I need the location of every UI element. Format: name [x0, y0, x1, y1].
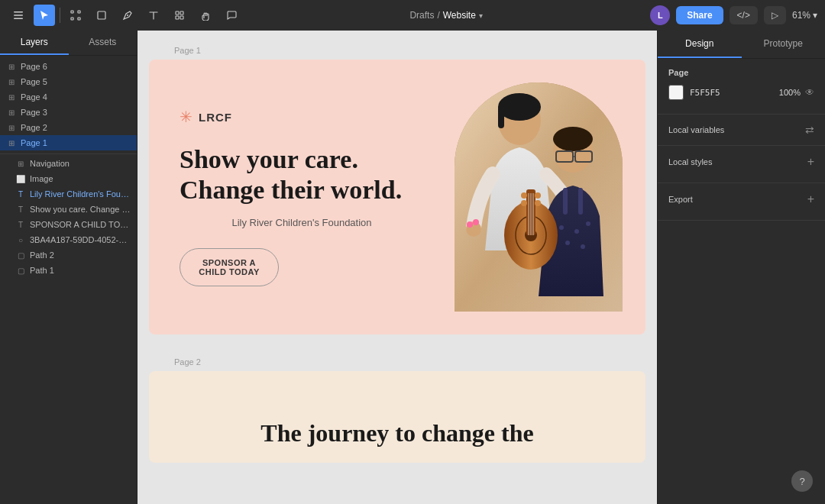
page-item-page4[interactable]: ⊞ Page 4 — [0, 89, 137, 105]
ellipse-icon: ○ — [15, 234, 26, 245]
toolbar-right: L Share </> ▷ 61% ▾ — [650, 5, 817, 25]
export-row: Export + — [668, 192, 814, 206]
svg-rect-0 — [14, 11, 23, 13]
color-swatch-row: F5F5F5 — [668, 85, 720, 100]
headline-line2: Change their world. — [180, 175, 424, 205]
svg-rect-12 — [180, 16, 183, 19]
logo-star-icon: ✳ — [180, 108, 192, 126]
tab-design[interactable]: Design — [658, 31, 742, 58]
export-section: Export + — [658, 183, 825, 221]
layer-path1[interactable]: ▢ Path 1 — [0, 263, 137, 278]
local-variables-label: Local variables — [668, 125, 724, 134]
headline-line1: Show your care. — [180, 144, 424, 174]
text-icon: T — [15, 189, 26, 199]
page-item-page3[interactable]: ⊞ Page 3 — [0, 105, 137, 120]
layer-image-label: Image — [30, 174, 53, 183]
breadcrumb: Drafts / Website ▾ — [409, 10, 483, 21]
svg-point-19 — [467, 221, 473, 228]
page-label-2: Page 2 — [21, 123, 47, 132]
layer-navigation[interactable]: ⊞ Navigation — [0, 156, 137, 171]
shape-tool-icon[interactable] — [91, 5, 112, 26]
svg-point-40 — [521, 192, 527, 199]
page-item-page2[interactable]: ⊞ Page 2 — [0, 120, 137, 135]
frame-icon: ⊞ — [15, 158, 26, 169]
breadcrumb-current[interactable]: Website — [443, 10, 476, 21]
hand-tool-icon[interactable] — [195, 5, 216, 26]
layer-path2[interactable]: ▢ Path 2 — [0, 247, 137, 263]
code-button[interactable]: </> — [730, 6, 758, 24]
layer-sponsor[interactable]: T SPONSOR A CHILD TODAY — [0, 217, 137, 232]
page-item-page1[interactable]: ⊞ Page 1 — [0, 135, 137, 150]
main-area: Layers Assets ⊞ Page 6 ⊞ Page 5 ⊞ Page 4… — [0, 31, 825, 504]
zoom-button[interactable]: 61% ▾ — [792, 10, 817, 21]
move-tool-icon[interactable] — [34, 5, 55, 26]
user-avatar[interactable]: L — [650, 5, 670, 25]
page-section-title: Page — [668, 68, 814, 77]
layer-lily-river[interactable]: T Lily River Children's Foundation — [0, 186, 137, 202]
svg-rect-31 — [563, 188, 568, 215]
layer-path2-label: Path 2 — [30, 250, 54, 260]
page-item-page5[interactable]: ⊞ Page 5 — [0, 74, 137, 89]
layer-sponsor-label: SPONSOR A CHILD TODAY — [30, 220, 131, 229]
eye-icon[interactable]: 👁 — [805, 87, 814, 98]
text-icon: T — [15, 204, 26, 215]
local-variables-icon[interactable]: ⇄ — [805, 124, 814, 136]
design-frame-2[interactable]: The journey to change the — [149, 371, 645, 463]
svg-point-28 — [586, 221, 590, 226]
page-label-3: Page 3 — [21, 108, 47, 117]
logo-text: LRCF — [199, 111, 232, 124]
svg-rect-1 — [14, 15, 23, 16]
svg-point-20 — [473, 219, 479, 225]
svg-point-22 — [553, 127, 593, 151]
layer-path1-label: Path 1 — [30, 266, 54, 275]
svg-point-43 — [535, 200, 541, 206]
layer-image[interactable]: ⬜ Image — [0, 171, 137, 186]
svg-rect-3 — [71, 11, 73, 13]
svg-rect-9 — [176, 11, 179, 15]
page-label-5: Page 5 — [21, 77, 47, 86]
help-button[interactable]: ? — [791, 470, 813, 492]
share-button[interactable]: Share — [676, 6, 723, 24]
tab-layers[interactable]: Layers — [0, 31, 69, 55]
frame-cta-button[interactable]: SPONSOR ACHILD TODAY — [180, 248, 279, 286]
export-add-icon[interactable]: + — [807, 192, 814, 206]
main-menu-icon[interactable] — [8, 5, 29, 26]
local-styles-add-icon[interactable]: + — [807, 155, 814, 169]
layer-navigation-label: Navigation — [30, 159, 70, 168]
svg-rect-6 — [78, 18, 80, 20]
svg-point-42 — [535, 192, 541, 199]
frame-headline: Show your care. Change their world. — [180, 144, 424, 204]
page-label-6: Page 6 — [21, 62, 47, 71]
svg-rect-11 — [176, 16, 179, 19]
panel-tabs: Layers Assets — [0, 31, 137, 56]
pen-tool-icon[interactable] — [117, 5, 138, 26]
svg-rect-2 — [14, 18, 23, 20]
page-icon: ⊞ — [6, 76, 17, 87]
frame-image-area — [447, 60, 645, 334]
svg-point-26 — [559, 225, 564, 230]
svg-rect-10 — [180, 11, 183, 15]
path-icon: ▢ — [15, 250, 26, 260]
page-label-1: Page 1 — [21, 138, 47, 147]
breadcrumb-chevron[interactable]: ▾ — [479, 11, 483, 20]
right-panel-tabs: Design Prototype — [658, 31, 825, 59]
page-icon: ⊞ — [6, 122, 17, 133]
layer-ellipse[interactable]: ○ 3BA4A187-59DD-4052-8E9C-... — [0, 232, 137, 247]
left-panel: Layers Assets ⊞ Page 6 ⊞ Page 5 ⊞ Page 4… — [0, 31, 138, 504]
tab-assets[interactable]: Assets — [69, 31, 138, 55]
component-tool-icon[interactable] — [169, 5, 190, 26]
layer-show-care-label: Show you care. Change their ... — [30, 205, 131, 214]
play-button[interactable]: ▷ — [764, 6, 786, 24]
frame-tool-icon[interactable] — [65, 5, 86, 26]
design-frame-1[interactable]: ✳ LRCF Show your care. Change their worl… — [149, 60, 645, 334]
toolbar-divider-1 — [60, 8, 60, 23]
page-color-swatch[interactable] — [668, 85, 684, 100]
canvas[interactable]: Page 1 ✳ LRCF Show your care. Change the… — [138, 31, 657, 504]
comment-tool-icon[interactable] — [221, 5, 242, 26]
layer-show-your-care[interactable]: T Show you care. Change their ... — [0, 202, 137, 217]
tab-prototype[interactable]: Prototype — [742, 31, 826, 58]
page-item-page6[interactable]: ⊞ Page 6 — [0, 59, 137, 74]
breadcrumb-drafts[interactable]: Drafts — [409, 10, 434, 21]
page-section: Page F5F5F5 100% 👁 — [658, 59, 825, 115]
text-tool-icon[interactable] — [143, 5, 164, 26]
